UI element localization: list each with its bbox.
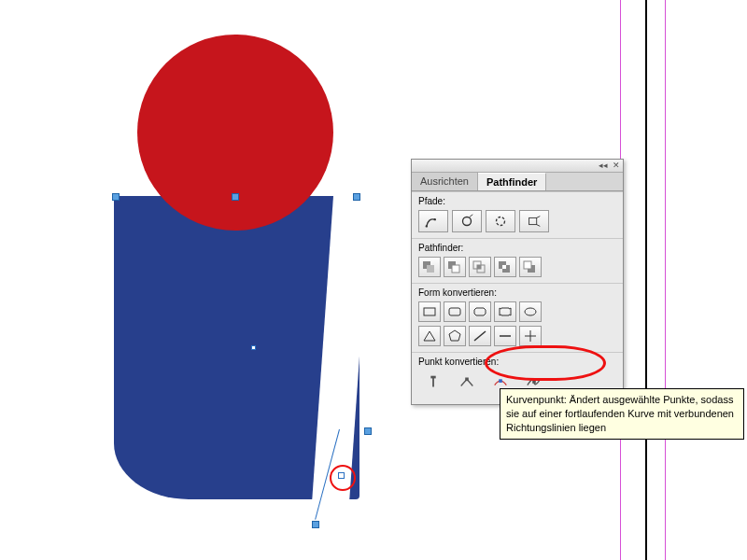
bezier-handle-end[interactable] — [364, 427, 372, 435]
selection-center-point — [251, 345, 256, 350]
svg-point-1 — [434, 218, 436, 220]
svg-rect-6 — [427, 265, 434, 273]
shape-ortholine-h-button[interactable] — [494, 326, 516, 346]
svg-rect-14 — [502, 265, 506, 269]
svg-rect-27 — [499, 379, 502, 383]
svg-rect-18 — [449, 308, 460, 315]
path-reverse-button[interactable] — [519, 210, 549, 232]
shape-polygon-button[interactable] — [444, 326, 466, 346]
selection-handle-tc[interactable] — [232, 193, 239, 201]
pathfinder-add-button[interactable] — [418, 257, 441, 277]
shape-beveled-rect-button[interactable] — [469, 301, 491, 322]
svg-rect-11 — [477, 265, 481, 269]
page-edge — [645, 0, 647, 560]
bezier-handle-end[interactable] — [312, 521, 319, 528]
tab-pathfinder[interactable]: Pathfinder — [478, 173, 546, 190]
red-circle-shape[interactable] — [137, 35, 333, 231]
panel-collapse-icon[interactable]: ◂◂ — [599, 161, 608, 170]
selection-handle-tr[interactable] — [353, 193, 360, 201]
pathfinder-subtract-button[interactable] — [444, 257, 466, 277]
point-corner-button[interactable] — [452, 371, 482, 393]
pathfinder-minusback-button[interactable] — [519, 257, 542, 277]
shape-rectangle-button[interactable] — [418, 301, 441, 322]
svg-rect-4 — [529, 217, 537, 224]
svg-rect-16 — [524, 261, 531, 269]
panel-titlebar[interactable]: ◂◂ ✕ — [412, 160, 623, 173]
blue-rectangle-shape[interactable] — [114, 196, 359, 499]
panel-tabs: Ausrichten Pathfinder — [412, 173, 623, 191]
svg-rect-17 — [424, 308, 435, 315]
selection-handle-tl[interactable] — [112, 193, 120, 201]
shape-line-button[interactable] — [469, 326, 491, 346]
pathfinder-intersect-button[interactable] — [469, 257, 491, 277]
svg-rect-8 — [452, 265, 459, 273]
point-plain-button[interactable] — [418, 371, 448, 393]
section-label-paths: Pfade: — [418, 196, 616, 206]
pathfinder-exclude-button[interactable] — [494, 257, 516, 277]
svg-line-20 — [474, 331, 486, 341]
svg-point-0 — [426, 225, 428, 227]
path-open-button[interactable] — [452, 210, 482, 232]
path-join-button[interactable] — [418, 210, 448, 232]
pathfinder-panel[interactable]: ◂◂ ✕ Ausrichten Pathfinder Pfade: Pathfi… — [411, 159, 624, 405]
shape-ellipse-button[interactable] — [519, 301, 542, 322]
panel-close-icon[interactable]: ✕ — [612, 161, 621, 170]
section-label-convert-shape: Form konvertieren: — [418, 287, 616, 298]
path-close-button[interactable] — [486, 210, 515, 232]
tooltip-kurvenpunkt: Kurvenpunkt: Ändert ausgewählte Punkte, … — [500, 388, 744, 440]
shape-ortholine-v-button[interactable] — [519, 326, 542, 346]
svg-rect-26 — [465, 378, 469, 382]
svg-rect-25 — [430, 376, 435, 379]
svg-point-2 — [463, 217, 472, 226]
shape-triangle-button[interactable] — [418, 326, 441, 346]
annotation-large-ellipse — [485, 345, 606, 381]
shape-rounded-rect-button[interactable] — [444, 301, 466, 322]
annotation-small-circle — [330, 465, 356, 491]
guide-magenta-right — [665, 0, 666, 560]
section-label-pathfinder: Pathfinder: — [418, 243, 616, 253]
svg-point-19 — [525, 308, 536, 315]
shape-inverse-rounded-button[interactable] — [494, 301, 516, 322]
tab-ausrichten[interactable]: Ausrichten — [412, 173, 478, 190]
svg-point-3 — [497, 217, 505, 226]
